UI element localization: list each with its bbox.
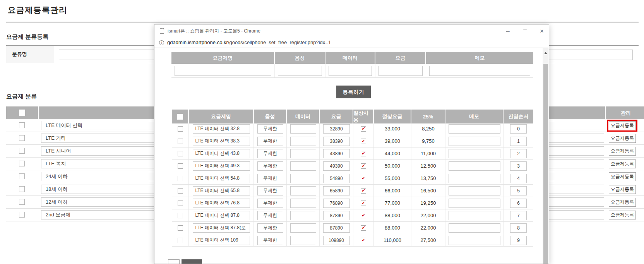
price-input[interactable]	[323, 161, 350, 171]
plan-name-input[interactable]	[193, 236, 250, 245]
voice-input[interactable]	[257, 174, 283, 183]
voice-input[interactable]	[257, 161, 283, 171]
bottom-button-partial[interactable]	[168, 259, 180, 264]
rounding-checkbox[interactable]	[361, 151, 366, 156]
voice-input[interactable]	[257, 149, 283, 158]
order-input[interactable]	[510, 124, 527, 134]
plan-name-input[interactable]	[193, 174, 250, 183]
category-checkbox[interactable]	[19, 186, 25, 192]
rounding-checkbox[interactable]	[361, 126, 366, 132]
data-input[interactable]	[290, 161, 316, 171]
data-input[interactable]	[290, 211, 316, 220]
rounding-checkbox[interactable]	[361, 139, 366, 144]
memo-input[interactable]	[449, 186, 500, 195]
memo-input[interactable]	[449, 236, 500, 245]
voice-input[interactable]	[257, 124, 283, 134]
data-input[interactable]	[290, 236, 316, 245]
address-bar[interactable]: i gdadmin.ismartphone.co.kr/goods/cellph…	[154, 38, 549, 48]
plan-name-input[interactable]	[193, 186, 250, 195]
order-input[interactable]	[510, 186, 527, 195]
data-input[interactable]	[290, 137, 316, 146]
plan-register-button[interactable]: 요금제등록	[609, 134, 636, 143]
memo-input[interactable]	[449, 124, 500, 134]
category-checkbox[interactable]	[19, 161, 25, 166]
rounding-checkbox[interactable]	[361, 176, 366, 181]
voice-input[interactable]	[257, 186, 283, 195]
order-input[interactable]	[510, 137, 527, 146]
minimize-icon[interactable]: ─	[505, 28, 511, 34]
order-input[interactable]	[510, 199, 527, 208]
scroll-up-icon[interactable]	[543, 48, 549, 58]
rounding-checkbox[interactable]	[361, 213, 366, 218]
select-all-checkbox[interactable]	[177, 114, 183, 120]
new-data-input[interactable]	[329, 66, 372, 76]
plan-register-button[interactable]: 요금제등록	[609, 172, 636, 181]
order-input[interactable]	[510, 161, 527, 171]
order-input[interactable]	[510, 223, 527, 233]
order-input[interactable]	[510, 211, 527, 220]
rounding-checkbox[interactable]	[361, 188, 366, 194]
voice-input[interactable]	[257, 211, 283, 220]
rounding-checkbox[interactable]	[361, 163, 366, 169]
price-input[interactable]	[323, 149, 350, 158]
voice-input[interactable]	[257, 223, 283, 233]
memo-input[interactable]	[449, 199, 500, 208]
data-input[interactable]	[290, 223, 316, 233]
row-select-checkbox[interactable]	[178, 238, 183, 243]
memo-input[interactable]	[449, 211, 500, 220]
plan-register-button[interactable]: 요금제등록	[609, 147, 636, 156]
memo-input[interactable]	[449, 161, 500, 171]
order-input[interactable]	[510, 236, 527, 245]
row-select-checkbox[interactable]	[178, 126, 183, 132]
data-input[interactable]	[290, 199, 316, 208]
plan-name-input[interactable]	[193, 211, 250, 220]
price-input[interactable]	[323, 124, 350, 134]
rounding-checkbox[interactable]	[361, 225, 366, 231]
data-input[interactable]	[290, 186, 316, 195]
plan-register-button[interactable]: 요금제등록	[609, 211, 636, 219]
voice-input[interactable]	[257, 199, 283, 208]
data-input[interactable]	[290, 149, 316, 158]
row-select-checkbox[interactable]	[178, 151, 183, 156]
plan-register-button[interactable]: 요금제등록	[609, 198, 636, 207]
data-input[interactable]	[290, 124, 316, 134]
plan-name-input[interactable]	[193, 124, 250, 134]
memo-input[interactable]	[449, 137, 500, 146]
category-checkbox[interactable]	[19, 199, 25, 205]
page-url[interactable]: gdadmin.ismartphone.co.kr/goods/cellphon…	[167, 38, 331, 48]
info-icon[interactable]: i	[159, 40, 164, 45]
row-select-checkbox[interactable]	[178, 201, 183, 206]
plan-register-button[interactable]: 요금제등록	[609, 121, 636, 130]
row-select-checkbox[interactable]	[178, 225, 183, 231]
rounding-checkbox[interactable]	[361, 238, 366, 243]
voice-input[interactable]	[257, 137, 283, 146]
price-input[interactable]	[323, 186, 350, 195]
plan-name-input[interactable]	[193, 137, 250, 146]
category-checkbox[interactable]	[19, 135, 25, 141]
bottom-button-partial[interactable]	[182, 259, 202, 264]
memo-input[interactable]	[449, 223, 500, 233]
plan-register-button[interactable]: 요금제등록	[609, 159, 636, 168]
row-select-checkbox[interactable]	[178, 188, 183, 194]
price-input[interactable]	[323, 223, 350, 233]
plan-register-button[interactable]: 요금제등록	[609, 185, 636, 194]
category-checkbox[interactable]	[19, 173, 25, 179]
price-input[interactable]	[323, 236, 350, 245]
register-submit-button[interactable]: 등록하기	[336, 86, 371, 98]
new-memo-input[interactable]	[429, 66, 530, 76]
close-icon[interactable]: ✕	[539, 28, 545, 34]
memo-input[interactable]	[449, 149, 500, 158]
row-select-checkbox[interactable]	[178, 163, 183, 169]
maximize-icon[interactable]	[523, 29, 527, 33]
new-plan-name-input[interactable]	[175, 66, 271, 76]
vertical-scrollbar[interactable]	[543, 48, 549, 264]
memo-input[interactable]	[449, 174, 500, 183]
voice-input[interactable]	[257, 236, 283, 245]
window-titlebar[interactable]: ismart폰 :: 쇼핑몰 관리자 - 고도몰5 - Chrome ─ ✕	[154, 25, 549, 37]
row-select-checkbox[interactable]	[178, 213, 183, 218]
rounding-checkbox[interactable]	[361, 201, 366, 206]
category-checkbox[interactable]	[19, 148, 25, 154]
order-input[interactable]	[510, 174, 527, 183]
data-input[interactable]	[290, 174, 316, 183]
new-price-input[interactable]	[379, 66, 423, 76]
